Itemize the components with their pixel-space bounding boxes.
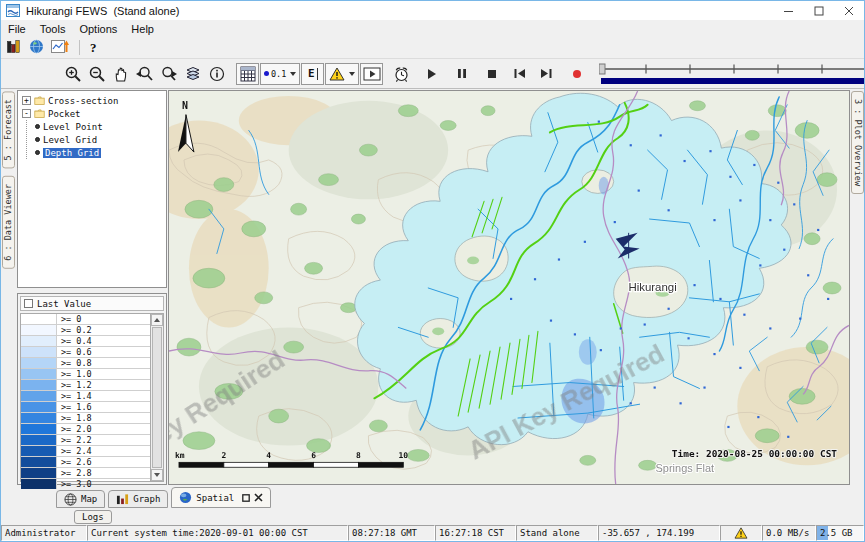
zoom-in-icon [64, 65, 82, 83]
tab-graph[interactable]: Graph [108, 490, 168, 508]
warning-dropdown[interactable] [325, 63, 359, 85]
status-memory: 2.5 GB [816, 525, 864, 541]
pan-button[interactable] [109, 63, 132, 85]
grid-display-button[interactable] [51, 39, 69, 56]
slider-handle[interactable] [599, 64, 605, 74]
zoom-in-button[interactable] [61, 63, 84, 85]
grid-toggle-button[interactable] [236, 63, 259, 85]
tree-node-depth-grid[interactable]: Depth Grid [27, 146, 166, 159]
legend-row: >= 1.6 [21, 402, 150, 413]
tree-node-label-selected: Depth Grid [43, 148, 101, 158]
tab-map[interactable]: Map [56, 490, 105, 508]
legend-swatch [21, 380, 57, 390]
main-toolbar: ? [1, 37, 864, 58]
last-value-label: Last Value [37, 299, 91, 309]
legend-row: >= 2.6 [21, 457, 150, 468]
minimize-button[interactable] [774, 1, 804, 20]
tree-node-label: Level Point [43, 122, 103, 132]
threshold-dropdown[interactable]: 0.1 [260, 63, 300, 85]
zoom-next-button[interactable] [157, 63, 180, 85]
tree-node-level-point[interactable]: Level Point [27, 120, 166, 133]
status-download-speed: 0.0 MB/s [762, 525, 816, 541]
legend-scrollbar[interactable] [150, 314, 163, 481]
layers-button[interactable] [181, 63, 204, 85]
menu-file[interactable]: File [1, 23, 33, 35]
threshold-value: 0.1 [271, 69, 286, 79]
tab-data-viewer[interactable]: 6 : Data Viewer [2, 176, 15, 269]
bottom-tab-bar: Map Graph Spatial [1, 486, 864, 508]
tree-node-label: Cross-section [48, 96, 118, 106]
zoom-out-button[interactable] [85, 63, 108, 85]
status-local-time: 16:27:18 CST [435, 525, 516, 541]
left-tab-strip: 5 : Forecast 6 : Data Viewer [1, 89, 16, 486]
legend-swatch [21, 413, 57, 423]
warning-icon [734, 527, 748, 539]
close-button[interactable] [834, 1, 864, 20]
last-value-checkbox[interactable] [24, 299, 33, 308]
expand-icon[interactable]: + [22, 96, 31, 105]
scrollbar-thumb[interactable] [152, 327, 162, 468]
maximize-button[interactable] [804, 1, 834, 20]
tab-forecast[interactable]: 5 : Forecast [2, 91, 15, 168]
legend-swatch [21, 347, 57, 357]
tree-node-level-grid[interactable]: Level Grid [27, 133, 166, 146]
zoom-out-icon [88, 65, 106, 83]
play-icon [426, 68, 438, 80]
tab-spatial-label: Spatial [196, 493, 234, 503]
tab-map-label: Map [81, 494, 97, 504]
layer-tree: + Cross-section - Pocket Level Point [17, 90, 167, 288]
collapse-icon[interactable]: - [22, 109, 31, 118]
tree-node-cross-section[interactable]: + Cross-section [18, 94, 166, 107]
main-area: 5 : Forecast 6 : Data Viewer + Cross-sec… [1, 89, 864, 486]
play-button[interactable] [420, 63, 443, 85]
record-button[interactable] [565, 63, 588, 85]
globe-icon [179, 491, 192, 504]
menu-tools[interactable]: Tools [33, 23, 73, 35]
timer-button[interactable] [390, 63, 413, 85]
close-icon [844, 6, 854, 16]
help-button[interactable]: ? [90, 40, 97, 56]
tree-node-label: Pocket [48, 109, 81, 119]
legend-swatch [21, 336, 57, 346]
alarm-clock-icon [393, 65, 410, 83]
close-icon[interactable] [254, 493, 263, 502]
tab-plot-overview[interactable]: 3 : Plot Overview [851, 91, 864, 194]
tab-spatial[interactable]: Spatial [171, 487, 271, 508]
svg-text:N: N [182, 100, 188, 111]
legend-swatch [21, 391, 57, 401]
logs-tab[interactable]: Logs [74, 510, 112, 524]
pause-icon [457, 68, 467, 79]
scroll-up-button[interactable] [151, 314, 163, 326]
tree-node-pocket[interactable]: - Pocket [18, 107, 166, 120]
pause-button[interactable] [450, 63, 473, 85]
legend-row: >= 0.6 [21, 347, 150, 358]
status-user: Administrator [1, 525, 87, 541]
last-value-checkbox-row[interactable]: Last Value [20, 296, 164, 311]
stop-button[interactable] [480, 63, 503, 85]
time-slider[interactable] [599, 61, 865, 87]
menu-options[interactable]: Options [72, 23, 124, 35]
scale-bar-toggle-button[interactable]: E [301, 63, 324, 85]
status-warning-cell[interactable] [720, 525, 762, 541]
tree-children: Level Point Level Grid Depth Grid [26, 120, 166, 159]
map-display-button[interactable] [29, 39, 44, 56]
logs-row: Logs [1, 508, 864, 525]
minimize-icon [784, 6, 794, 16]
step-forward-button[interactable] [535, 63, 558, 85]
scroll-down-button[interactable] [151, 469, 163, 481]
step-back-button[interactable] [508, 63, 531, 85]
legend-row: >= 2.4 [21, 446, 150, 457]
restore-icon[interactable] [242, 494, 250, 502]
spatial-map[interactable]: API Key Required API Key Required N Hiku… [168, 90, 850, 485]
legend-swatch [21, 457, 57, 467]
zoom-next-icon [159, 65, 178, 83]
legend-swatch [21, 424, 57, 434]
info-button[interactable] [205, 63, 228, 85]
zoom-previous-button[interactable] [133, 63, 156, 85]
database-explorer-button[interactable] [6, 39, 22, 56]
legend-swatch [21, 468, 57, 478]
menu-help[interactable]: Help [124, 23, 161, 35]
chart-arrow-icon [51, 39, 69, 54]
info-icon [209, 66, 225, 82]
animation-player-button[interactable] [360, 63, 383, 85]
